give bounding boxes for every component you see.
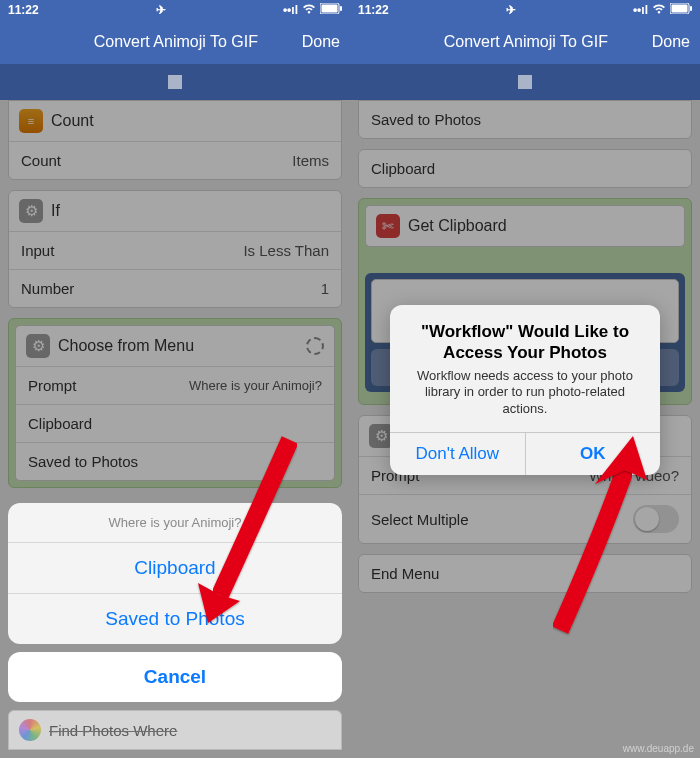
wifi-icon [652, 3, 666, 18]
photos-icon [19, 719, 41, 741]
left-screenshot: 11:22 ✈ ••ıl Convert Animoji To GIF Done [0, 0, 350, 758]
svg-rect-4 [672, 5, 688, 13]
nav-title: Convert Animoji To GIF [400, 33, 652, 51]
nav-bar: Convert Animoji To GIF Done [0, 20, 350, 64]
status-time: 11:22 [8, 3, 39, 17]
status-time: 11:22 [358, 3, 389, 17]
watermark: www.deuapp.de [623, 743, 694, 754]
toolbar [350, 64, 700, 100]
nav-bar: Convert Animoji To GIF Done [350, 20, 700, 64]
status-bar: 11:22 ✈ ••ıl [350, 0, 700, 20]
stop-icon[interactable] [168, 75, 182, 89]
signal-icon: ••ıl [283, 3, 298, 17]
right-screenshot: 11:22 ✈ ••ıl Convert Animoji To GIF Done… [350, 0, 700, 758]
svg-rect-2 [340, 6, 342, 11]
stop-icon[interactable] [518, 75, 532, 89]
alert-title: "Workflow" Would Like to Access Your Pho… [404, 321, 646, 364]
alert-deny-button[interactable]: Don't Allow [390, 433, 525, 475]
svg-rect-1 [322, 5, 338, 13]
sheet-cancel-button[interactable]: Cancel [8, 652, 342, 702]
annotation-arrow [190, 430, 310, 640]
battery-icon [670, 3, 692, 17]
done-button[interactable]: Done [302, 33, 340, 51]
find-photos-label: Find Photos Where [49, 722, 177, 739]
battery-icon [320, 3, 342, 17]
done-button[interactable]: Done [652, 33, 690, 51]
signal-icon: ••ıl [633, 3, 648, 17]
svg-rect-5 [690, 6, 692, 11]
annotation-arrow [530, 430, 660, 640]
nav-title: Convert Animoji To GIF [50, 33, 302, 51]
wifi-icon [302, 3, 316, 18]
toolbar [0, 64, 350, 100]
alert-message: Workflow needs access to your photo libr… [404, 368, 646, 419]
status-bar: 11:22 ✈ ••ıl [0, 0, 350, 20]
